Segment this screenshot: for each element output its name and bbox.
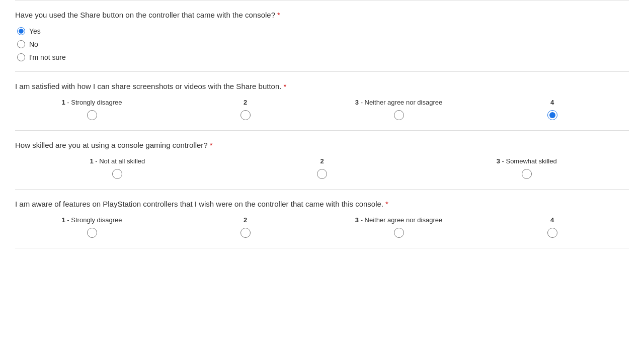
scale-radio-4-4[interactable] [547,228,557,238]
scale-label-2-2: 2 [244,99,247,106]
scale-radio-2-2[interactable] [240,110,251,120]
radio-notsure[interactable] [17,53,25,61]
radio-option-notsure[interactable]: I'm not sure [17,53,629,61]
required-star-3: * [210,141,213,149]
scale-radio-3-1[interactable] [112,169,122,179]
scale-label-4-1: 1 - Strongly disagree [62,216,122,224]
scale-radio-3-3[interactable] [522,169,532,179]
required-star-1: * [277,11,280,19]
scale-item-4-3: 3 - Neither agree nor disagree [322,216,475,238]
scale-radio-4-1[interactable] [87,228,97,238]
scale-item-4-2: 2 [169,216,322,238]
scale-item-3-3: 3 - Somewhat skilled [424,157,629,179]
question-text-4: I am aware of features on PlayStation co… [15,200,629,208]
scale-radio-4-2[interactable] [240,228,251,238]
scale-group-3: 1 - Not at all skilled 2 3 - Somewhat sk… [15,157,629,179]
scale-item-4-4: 4 [475,216,629,238]
scale-item-3-2: 2 [220,157,425,179]
question-section-4: I am aware of features on PlayStation co… [15,190,629,248]
scale-item-2-1: 1 - Strongly disagree [15,99,169,120]
radio-option-yes[interactable]: Yes [17,27,629,35]
scale-label-4-2: 2 [244,216,247,224]
page-container: Have you used the Share button on the co… [0,0,644,248]
scale-label-3-3: 3 - Somewhat skilled [497,157,557,165]
scale-label-2-1: 1 - Strongly disagree [62,99,122,106]
scale-radio-3-2[interactable] [317,169,327,179]
radio-label-yes: Yes [29,27,41,35]
scale-label-2-3: 3 - Neither agree nor disagree [355,99,442,106]
radio-label-no: No [29,40,38,48]
question-section-1: Have you used the Share button on the co… [15,0,629,72]
scale-item-2-2: 2 [169,99,322,120]
scale-item-4-1: 1 - Strongly disagree [15,216,169,238]
radio-no[interactable] [17,40,25,48]
scale-label-4-4: 4 [550,216,554,224]
scale-item-2-4: 4 [475,99,629,120]
scale-label-3-1: 1 - Not at all skilled [90,157,145,165]
scale-radio-2-4[interactable] [547,110,557,120]
scale-item-2-3: 3 - Neither agree nor disagree [322,99,475,120]
radio-label-notsure: I'm not sure [29,53,66,61]
scale-radio-2-1[interactable] [87,110,97,120]
question-text-1: Have you used the Share button on the co… [15,11,629,19]
question-section-3: How skilled are you at using a console g… [15,131,629,190]
scale-item-3-1: 1 - Not at all skilled [15,157,220,179]
scale-label-4-3: 3 - Neither agree nor disagree [355,216,442,224]
scale-radio-2-3[interactable] [394,110,404,120]
required-star-2: * [283,82,286,90]
radio-group-1: Yes No I'm not sure [15,27,629,61]
question-section-2: I am satisfied with how I can share scre… [15,72,629,131]
question-text-2: I am satisfied with how I can share scre… [15,82,629,90]
question-text-3: How skilled are you at using a console g… [15,141,629,149]
radio-option-no[interactable]: No [17,40,629,48]
scale-group-4: 1 - Strongly disagree 2 3 - Neither agre… [15,216,629,238]
scale-group-2: 1 - Strongly disagree 2 3 - Neither agre… [15,99,629,120]
required-star-4: * [385,200,388,208]
scale-radio-4-3[interactable] [394,228,404,238]
scale-label-2-4: 4 [550,99,554,106]
scale-label-3-2: 2 [320,157,324,165]
radio-yes[interactable] [17,27,25,35]
